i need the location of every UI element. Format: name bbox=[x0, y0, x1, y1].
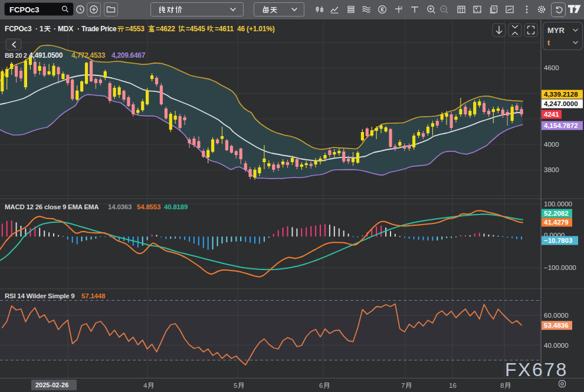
svg-text:40.0000: 40.0000 bbox=[544, 342, 569, 349]
svg-text:·: · bbox=[54, 25, 56, 33]
svg-text:4,247.0000: 4,247.0000 bbox=[544, 100, 578, 107]
svg-text:16: 16 bbox=[449, 382, 457, 389]
svg-text:·: · bbox=[77, 25, 80, 33]
svg-text:5: 5 bbox=[234, 382, 237, 389]
svg-text:41.4279: 41.4279 bbox=[544, 219, 569, 226]
svg-text:−100.0000: −100.0000 bbox=[544, 264, 576, 271]
svg-text:4600: 4600 bbox=[544, 64, 559, 71]
svg-text:=4545: =4545 bbox=[186, 25, 205, 33]
svg-text:52.2082: 52.2082 bbox=[544, 210, 569, 217]
svg-text:FX678: FX678 bbox=[505, 359, 568, 380]
svg-text:14.0363: 14.0363 bbox=[108, 203, 132, 210]
svg-text:Trade Price: Trade Price bbox=[81, 25, 117, 33]
svg-text:57.1448: 57.1448 bbox=[81, 292, 106, 299]
svg-text:MYR: MYR bbox=[547, 26, 565, 35]
svg-text:4000: 4000 bbox=[544, 141, 559, 148]
svg-text:4,339.2128: 4,339.2128 bbox=[544, 91, 578, 98]
svg-text:4,491.0500: 4,491.0500 bbox=[29, 51, 63, 60]
svg-text:=4622: =4622 bbox=[156, 25, 175, 33]
svg-text:BB 20 2: BB 20 2 bbox=[5, 52, 27, 59]
svg-text:4,772.4533: 4,772.4533 bbox=[71, 51, 106, 60]
svg-text:4: 4 bbox=[143, 382, 147, 389]
svg-text:54.8553: 54.8553 bbox=[137, 203, 160, 210]
svg-text:1: 1 bbox=[40, 25, 44, 33]
svg-text:−10.7803: −10.7803 bbox=[544, 237, 572, 244]
svg-text:4,209.6467: 4,209.6467 bbox=[111, 51, 146, 60]
svg-text:100.0000: 100.0000 bbox=[544, 200, 572, 207]
svg-text:2025-02-26: 2025-02-26 bbox=[35, 381, 68, 388]
svg-text:MACD 12 26 close 9 EMA EMA: MACD 12 26 close 9 EMA EMA bbox=[5, 203, 99, 210]
svg-text:3800: 3800 bbox=[544, 166, 559, 173]
svg-text:7: 7 bbox=[401, 382, 405, 389]
svg-text:53.4836: 53.4836 bbox=[544, 322, 569, 329]
svg-text:40.8189: 40.8189 bbox=[164, 203, 188, 210]
svg-text:=4553: =4553 bbox=[125, 25, 145, 33]
svg-text:FCPOc3: FCPOc3 bbox=[5, 25, 32, 33]
svg-text:=4611: =4611 bbox=[215, 25, 234, 33]
svg-text:8: 8 bbox=[500, 382, 504, 389]
svg-text:6: 6 bbox=[319, 382, 323, 389]
svg-text:4,154.7872: 4,154.7872 bbox=[544, 122, 578, 129]
svg-text:·: · bbox=[35, 25, 38, 33]
svg-text:RSI 14 Wilder Simple 9: RSI 14 Wilder Simple 9 bbox=[5, 292, 74, 299]
svg-text:t: t bbox=[547, 38, 550, 47]
svg-text:MDX: MDX bbox=[58, 25, 73, 33]
svg-text:60.0000: 60.0000 bbox=[544, 312, 569, 319]
svg-text:4241: 4241 bbox=[544, 111, 559, 118]
svg-text:46 (+1.01%): 46 (+1.01%) bbox=[237, 25, 275, 33]
